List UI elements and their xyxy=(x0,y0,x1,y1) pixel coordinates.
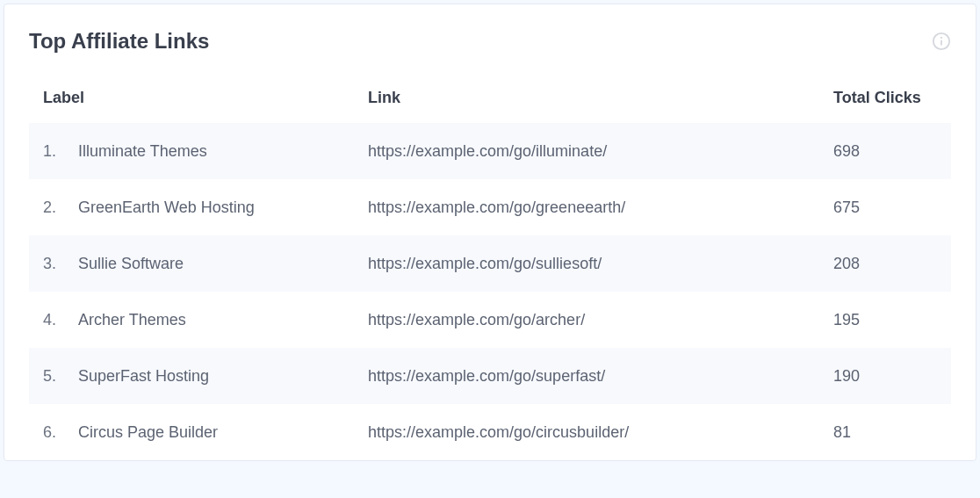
cell-rank: 2. xyxy=(29,179,73,235)
cell-link: https://example.com/go/greeneearth/ xyxy=(354,179,819,235)
column-header-link: Link xyxy=(354,76,819,123)
cell-clicks: 81 xyxy=(819,404,951,460)
column-header-clicks: Total Clicks xyxy=(819,76,951,123)
cell-clicks: 195 xyxy=(819,292,951,348)
card-title: Top Affiliate Links xyxy=(29,29,209,54)
cell-rank: 4. xyxy=(29,292,73,348)
cell-link: https://example.com/go/superfast/ xyxy=(354,348,819,404)
cell-clicks: 208 xyxy=(819,235,951,292)
cell-label: Sullie Software xyxy=(73,235,354,292)
table-row: 6.Circus Page Builderhttps://example.com… xyxy=(29,404,951,460)
table-row: 2.GreenEarth Web Hostinghttps://example.… xyxy=(29,179,951,235)
cell-label: Illuminate Themes xyxy=(73,123,354,179)
cell-link: https://example.com/go/circusbuilder/ xyxy=(354,404,819,460)
table-row: 4.Archer Themeshttps://example.com/go/ar… xyxy=(29,292,951,348)
table-row: 1.Illuminate Themeshttps://example.com/g… xyxy=(29,123,951,179)
column-header-label: Label xyxy=(29,76,354,123)
cell-clicks: 675 xyxy=(819,179,951,235)
cell-label: Archer Themes xyxy=(73,292,354,348)
cell-link: https://example.com/go/illuminate/ xyxy=(354,123,819,179)
cell-rank: 6. xyxy=(29,404,73,460)
cell-label: Circus Page Builder xyxy=(73,404,354,460)
cell-rank: 3. xyxy=(29,235,73,292)
table-header-row: Label Link Total Clicks xyxy=(29,76,951,123)
cell-rank: 1. xyxy=(29,123,73,179)
affiliate-links-table: Label Link Total Clicks 1.Illuminate The… xyxy=(29,76,951,460)
cell-label: SuperFast Hosting xyxy=(73,348,354,404)
cell-label: GreenEarth Web Hosting xyxy=(73,179,354,235)
cell-clicks: 190 xyxy=(819,348,951,404)
card-header: Top Affiliate Links xyxy=(29,29,951,54)
cell-rank: 5. xyxy=(29,348,73,404)
table-row: 3.Sullie Softwarehttps://example.com/go/… xyxy=(29,235,951,292)
cell-link: https://example.com/go/archer/ xyxy=(354,292,819,348)
top-affiliate-links-card: Top Affiliate Links Label Link Total Cli… xyxy=(4,4,976,461)
cell-link: https://example.com/go/sulliesoft/ xyxy=(354,235,819,292)
table-row: 5.SuperFast Hostinghttps://example.com/g… xyxy=(29,348,951,404)
svg-point-2 xyxy=(940,37,942,39)
cell-clicks: 698 xyxy=(819,123,951,179)
info-icon[interactable] xyxy=(932,32,951,51)
